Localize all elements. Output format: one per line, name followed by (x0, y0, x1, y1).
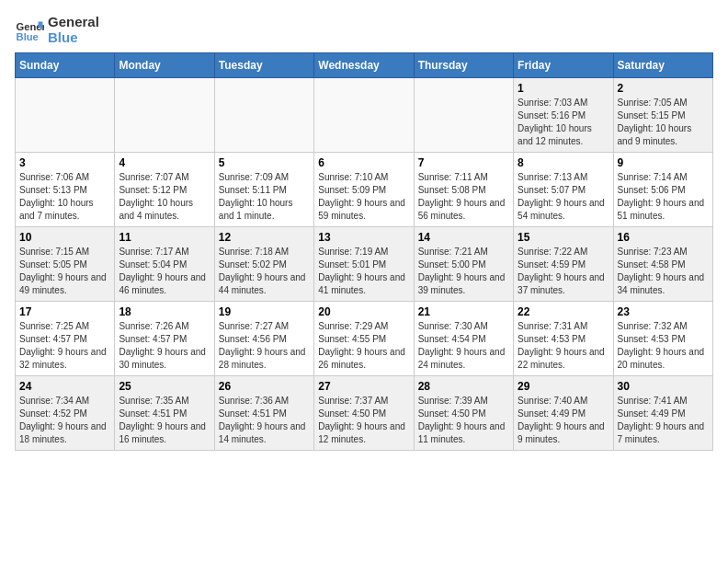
day-number: 6 (318, 156, 409, 169)
calendar-cell: 19Sunrise: 7:27 AM Sunset: 4:56 PM Dayli… (214, 302, 313, 376)
day-number: 21 (418, 305, 509, 318)
calendar-cell (414, 78, 513, 153)
calendar-cell: 16Sunrise: 7:23 AM Sunset: 4:58 PM Dayli… (613, 227, 712, 302)
day-number: 3 (19, 156, 110, 169)
day-number: 29 (518, 380, 609, 393)
calendar-cell (115, 78, 214, 153)
day-number: 27 (318, 380, 409, 393)
calendar-cell: 24Sunrise: 7:34 AM Sunset: 4:52 PM Dayli… (16, 376, 115, 451)
day-info: Sunrise: 7:41 AM Sunset: 4:49 PM Dayligh… (618, 395, 709, 446)
calendar-cell: 28Sunrise: 7:39 AM Sunset: 4:50 PM Dayli… (414, 376, 513, 451)
calendar-cell: 1Sunrise: 7:03 AM Sunset: 5:16 PM Daylig… (514, 78, 613, 153)
day-info: Sunrise: 7:07 AM Sunset: 5:12 PM Dayligh… (119, 171, 210, 223)
day-info: Sunrise: 7:23 AM Sunset: 4:58 PM Dayligh… (618, 246, 709, 297)
day-number: 12 (219, 231, 310, 244)
calendar-cell (314, 78, 414, 153)
day-info: Sunrise: 7:37 AM Sunset: 4:50 PM Dayligh… (318, 395, 409, 446)
day-info: Sunrise: 7:18 AM Sunset: 5:02 PM Dayligh… (219, 246, 310, 297)
calendar-cell: 12Sunrise: 7:18 AM Sunset: 5:02 PM Dayli… (214, 227, 313, 302)
day-info: Sunrise: 7:26 AM Sunset: 4:57 PM Dayligh… (119, 320, 210, 372)
calendar-week-row: 1Sunrise: 7:03 AM Sunset: 5:16 PM Daylig… (16, 78, 713, 153)
day-info: Sunrise: 7:19 AM Sunset: 5:01 PM Dayligh… (318, 246, 409, 297)
calendar-cell: 30Sunrise: 7:41 AM Sunset: 4:49 PM Dayli… (613, 376, 712, 451)
day-info: Sunrise: 7:29 AM Sunset: 4:55 PM Dayligh… (318, 320, 409, 372)
logo: General Blue General Blue (15, 15, 99, 45)
day-info: Sunrise: 7:21 AM Sunset: 5:00 PM Dayligh… (418, 246, 509, 297)
day-info: Sunrise: 7:25 AM Sunset: 4:57 PM Dayligh… (19, 320, 110, 372)
calendar-cell (214, 78, 313, 153)
day-info: Sunrise: 7:30 AM Sunset: 4:54 PM Dayligh… (418, 320, 509, 372)
day-number: 7 (418, 156, 509, 169)
weekday-header-sunday: Sunday (16, 53, 115, 78)
day-number: 10 (19, 231, 110, 244)
day-info: Sunrise: 7:40 AM Sunset: 4:49 PM Dayligh… (518, 395, 609, 446)
day-info: Sunrise: 7:35 AM Sunset: 4:51 PM Dayligh… (119, 395, 210, 446)
weekday-header-friday: Friday (514, 53, 613, 78)
calendar-cell: 7Sunrise: 7:11 AM Sunset: 5:08 PM Daylig… (414, 153, 513, 227)
day-number: 20 (318, 305, 409, 318)
header: General Blue General Blue (15, 15, 713, 45)
day-info: Sunrise: 7:22 AM Sunset: 4:59 PM Dayligh… (518, 246, 609, 297)
day-info: Sunrise: 7:27 AM Sunset: 4:56 PM Dayligh… (219, 320, 310, 372)
day-number: 30 (618, 380, 709, 393)
day-info: Sunrise: 7:03 AM Sunset: 5:16 PM Dayligh… (518, 97, 609, 148)
day-number: 13 (318, 231, 409, 244)
day-info: Sunrise: 7:13 AM Sunset: 5:07 PM Dayligh… (518, 171, 609, 223)
logo-blue-text: Blue (48, 30, 99, 46)
calendar-cell: 13Sunrise: 7:19 AM Sunset: 5:01 PM Dayli… (314, 227, 414, 302)
day-info: Sunrise: 7:39 AM Sunset: 4:50 PM Dayligh… (418, 395, 509, 446)
calendar-cell: 4Sunrise: 7:07 AM Sunset: 5:12 PM Daylig… (115, 153, 214, 227)
calendar-cell: 11Sunrise: 7:17 AM Sunset: 5:04 PM Dayli… (115, 227, 214, 302)
calendar-cell: 17Sunrise: 7:25 AM Sunset: 4:57 PM Dayli… (16, 302, 115, 376)
calendar-week-row: 24Sunrise: 7:34 AM Sunset: 4:52 PM Dayli… (16, 376, 713, 451)
day-info: Sunrise: 7:11 AM Sunset: 5:08 PM Dayligh… (418, 171, 509, 223)
logo-icon: General Blue (15, 16, 44, 45)
day-number: 1 (518, 82, 609, 95)
calendar-cell: 23Sunrise: 7:32 AM Sunset: 4:53 PM Dayli… (613, 302, 712, 376)
calendar: SundayMondayTuesdayWednesdayThursdayFrid… (15, 52, 713, 451)
day-info: Sunrise: 7:17 AM Sunset: 5:04 PM Dayligh… (119, 246, 210, 297)
calendar-cell (16, 78, 115, 153)
calendar-cell: 22Sunrise: 7:31 AM Sunset: 4:53 PM Dayli… (514, 302, 613, 376)
day-info: Sunrise: 7:06 AM Sunset: 5:13 PM Dayligh… (19, 171, 110, 223)
calendar-cell: 15Sunrise: 7:22 AM Sunset: 4:59 PM Dayli… (514, 227, 613, 302)
day-info: Sunrise: 7:10 AM Sunset: 5:09 PM Dayligh… (318, 171, 409, 223)
weekday-header-wednesday: Wednesday (314, 53, 414, 78)
logo-general-text: General (48, 15, 99, 30)
calendar-week-row: 3Sunrise: 7:06 AM Sunset: 5:13 PM Daylig… (16, 153, 713, 227)
svg-text:Blue: Blue (17, 31, 39, 42)
day-number: 23 (618, 305, 709, 318)
weekday-header-thursday: Thursday (414, 53, 513, 78)
calendar-cell: 14Sunrise: 7:21 AM Sunset: 5:00 PM Dayli… (414, 227, 513, 302)
day-info: Sunrise: 7:36 AM Sunset: 4:51 PM Dayligh… (219, 395, 310, 446)
calendar-cell: 29Sunrise: 7:40 AM Sunset: 4:49 PM Dayli… (514, 376, 613, 451)
day-number: 5 (219, 156, 310, 169)
calendar-week-row: 10Sunrise: 7:15 AM Sunset: 5:05 PM Dayli… (16, 227, 713, 302)
day-number: 22 (518, 305, 609, 318)
day-number: 19 (219, 305, 310, 318)
day-number: 24 (19, 380, 110, 393)
weekday-header-row: SundayMondayTuesdayWednesdayThursdayFrid… (16, 53, 713, 78)
day-number: 25 (119, 380, 210, 393)
day-number: 28 (418, 380, 509, 393)
day-info: Sunrise: 7:31 AM Sunset: 4:53 PM Dayligh… (518, 320, 609, 372)
day-number: 26 (219, 380, 310, 393)
calendar-cell: 6Sunrise: 7:10 AM Sunset: 5:09 PM Daylig… (314, 153, 414, 227)
calendar-cell: 2Sunrise: 7:05 AM Sunset: 5:15 PM Daylig… (613, 78, 712, 153)
calendar-week-row: 17Sunrise: 7:25 AM Sunset: 4:57 PM Dayli… (16, 302, 713, 376)
day-info: Sunrise: 7:09 AM Sunset: 5:11 PM Dayligh… (219, 171, 310, 223)
weekday-header-saturday: Saturday (613, 53, 712, 78)
calendar-cell: 8Sunrise: 7:13 AM Sunset: 5:07 PM Daylig… (514, 153, 613, 227)
calendar-cell: 20Sunrise: 7:29 AM Sunset: 4:55 PM Dayli… (314, 302, 414, 376)
calendar-cell: 21Sunrise: 7:30 AM Sunset: 4:54 PM Dayli… (414, 302, 513, 376)
calendar-cell: 10Sunrise: 7:15 AM Sunset: 5:05 PM Dayli… (16, 227, 115, 302)
weekday-header-monday: Monday (115, 53, 214, 78)
calendar-cell: 18Sunrise: 7:26 AM Sunset: 4:57 PM Dayli… (115, 302, 214, 376)
calendar-cell: 26Sunrise: 7:36 AM Sunset: 4:51 PM Dayli… (214, 376, 313, 451)
day-info: Sunrise: 7:14 AM Sunset: 5:06 PM Dayligh… (618, 171, 709, 223)
weekday-header-tuesday: Tuesday (214, 53, 313, 78)
calendar-cell: 25Sunrise: 7:35 AM Sunset: 4:51 PM Dayli… (115, 376, 214, 451)
calendar-cell: 3Sunrise: 7:06 AM Sunset: 5:13 PM Daylig… (16, 153, 115, 227)
calendar-cell: 27Sunrise: 7:37 AM Sunset: 4:50 PM Dayli… (314, 376, 414, 451)
day-number: 18 (119, 305, 210, 318)
